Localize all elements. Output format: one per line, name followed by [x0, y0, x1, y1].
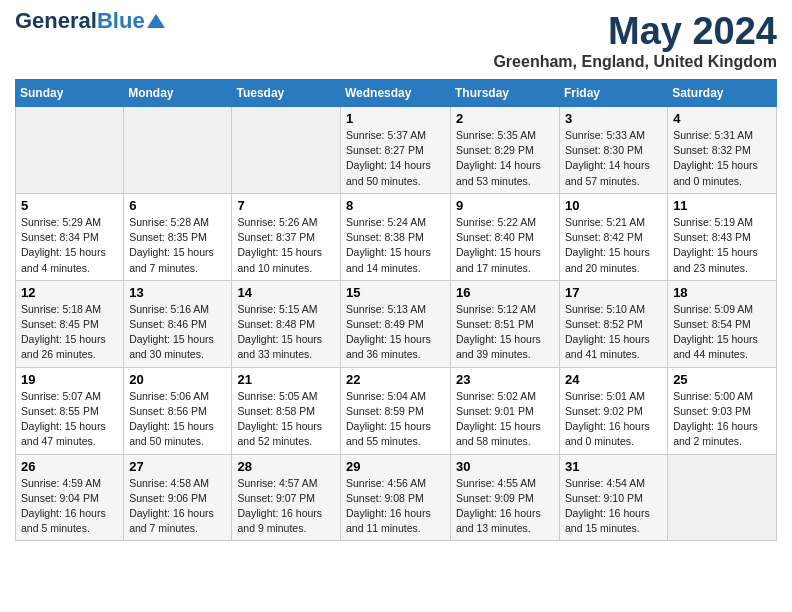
calendar-cell: 14Sunrise: 5:15 AM Sunset: 8:48 PM Dayli… [232, 280, 341, 367]
day-number: 15 [346, 285, 445, 300]
weekday-header-wednesday: Wednesday [341, 80, 451, 107]
day-number: 17 [565, 285, 662, 300]
calendar-cell: 20Sunrise: 5:06 AM Sunset: 8:56 PM Dayli… [124, 367, 232, 454]
calendar-week-row: 12Sunrise: 5:18 AM Sunset: 8:45 PM Dayli… [16, 280, 777, 367]
calendar-cell: 21Sunrise: 5:05 AM Sunset: 8:58 PM Dayli… [232, 367, 341, 454]
logo-text: GeneralBlue [15, 10, 145, 32]
calendar-cell: 2Sunrise: 5:35 AM Sunset: 8:29 PM Daylig… [451, 107, 560, 194]
day-info: Sunrise: 5:00 AM Sunset: 9:03 PM Dayligh… [673, 389, 771, 450]
calendar-cell: 3Sunrise: 5:33 AM Sunset: 8:30 PM Daylig… [560, 107, 668, 194]
day-number: 29 [346, 459, 445, 474]
calendar-cell: 19Sunrise: 5:07 AM Sunset: 8:55 PM Dayli… [16, 367, 124, 454]
month-title: May 2024 [493, 10, 777, 53]
day-number: 3 [565, 111, 662, 126]
location-title: Greenham, England, United Kingdom [493, 53, 777, 71]
day-info: Sunrise: 4:55 AM Sunset: 9:09 PM Dayligh… [456, 476, 554, 537]
day-info: Sunrise: 5:33 AM Sunset: 8:30 PM Dayligh… [565, 128, 662, 189]
day-info: Sunrise: 4:57 AM Sunset: 9:07 PM Dayligh… [237, 476, 335, 537]
day-info: Sunrise: 5:01 AM Sunset: 9:02 PM Dayligh… [565, 389, 662, 450]
day-number: 13 [129, 285, 226, 300]
calendar-cell: 27Sunrise: 4:58 AM Sunset: 9:06 PM Dayli… [124, 454, 232, 541]
day-number: 18 [673, 285, 771, 300]
calendar-cell: 26Sunrise: 4:59 AM Sunset: 9:04 PM Dayli… [16, 454, 124, 541]
day-number: 11 [673, 198, 771, 213]
day-info: Sunrise: 5:22 AM Sunset: 8:40 PM Dayligh… [456, 215, 554, 276]
day-number: 23 [456, 372, 554, 387]
logo: GeneralBlue [15, 10, 165, 32]
day-number: 21 [237, 372, 335, 387]
day-number: 25 [673, 372, 771, 387]
day-number: 10 [565, 198, 662, 213]
day-number: 16 [456, 285, 554, 300]
calendar-cell: 17Sunrise: 5:10 AM Sunset: 8:52 PM Dayli… [560, 280, 668, 367]
calendar-cell: 7Sunrise: 5:26 AM Sunset: 8:37 PM Daylig… [232, 193, 341, 280]
day-number: 7 [237, 198, 335, 213]
day-number: 1 [346, 111, 445, 126]
day-number: 28 [237, 459, 335, 474]
calendar-cell: 11Sunrise: 5:19 AM Sunset: 8:43 PM Dayli… [668, 193, 777, 280]
calendar-cell: 24Sunrise: 5:01 AM Sunset: 9:02 PM Dayli… [560, 367, 668, 454]
day-info: Sunrise: 5:21 AM Sunset: 8:42 PM Dayligh… [565, 215, 662, 276]
weekday-header-friday: Friday [560, 80, 668, 107]
calendar-cell [668, 454, 777, 541]
day-info: Sunrise: 5:26 AM Sunset: 8:37 PM Dayligh… [237, 215, 335, 276]
calendar-cell: 6Sunrise: 5:28 AM Sunset: 8:35 PM Daylig… [124, 193, 232, 280]
day-info: Sunrise: 5:29 AM Sunset: 8:34 PM Dayligh… [21, 215, 118, 276]
day-number: 24 [565, 372, 662, 387]
day-number: 30 [456, 459, 554, 474]
calendar-cell: 31Sunrise: 4:54 AM Sunset: 9:10 PM Dayli… [560, 454, 668, 541]
calendar-cell: 5Sunrise: 5:29 AM Sunset: 8:34 PM Daylig… [16, 193, 124, 280]
day-number: 5 [21, 198, 118, 213]
calendar-cell: 18Sunrise: 5:09 AM Sunset: 8:54 PM Dayli… [668, 280, 777, 367]
calendar-cell: 29Sunrise: 4:56 AM Sunset: 9:08 PM Dayli… [341, 454, 451, 541]
day-number: 9 [456, 198, 554, 213]
calendar-cell: 22Sunrise: 5:04 AM Sunset: 8:59 PM Dayli… [341, 367, 451, 454]
day-info: Sunrise: 5:15 AM Sunset: 8:48 PM Dayligh… [237, 302, 335, 363]
day-info: Sunrise: 5:13 AM Sunset: 8:49 PM Dayligh… [346, 302, 445, 363]
day-number: 19 [21, 372, 118, 387]
calendar-cell [124, 107, 232, 194]
logo-general: General [15, 8, 97, 33]
calendar-cell [232, 107, 341, 194]
day-info: Sunrise: 5:31 AM Sunset: 8:32 PM Dayligh… [673, 128, 771, 189]
weekday-header-saturday: Saturday [668, 80, 777, 107]
day-info: Sunrise: 5:24 AM Sunset: 8:38 PM Dayligh… [346, 215, 445, 276]
day-number: 31 [565, 459, 662, 474]
day-info: Sunrise: 5:18 AM Sunset: 8:45 PM Dayligh… [21, 302, 118, 363]
calendar-cell: 30Sunrise: 4:55 AM Sunset: 9:09 PM Dayli… [451, 454, 560, 541]
header: GeneralBlue May 2024 Greenham, England, … [15, 10, 777, 71]
day-info: Sunrise: 5:04 AM Sunset: 8:59 PM Dayligh… [346, 389, 445, 450]
weekday-header-tuesday: Tuesday [232, 80, 341, 107]
day-info: Sunrise: 5:19 AM Sunset: 8:43 PM Dayligh… [673, 215, 771, 276]
day-number: 12 [21, 285, 118, 300]
logo-icon [147, 14, 165, 28]
calendar-cell: 25Sunrise: 5:00 AM Sunset: 9:03 PM Dayli… [668, 367, 777, 454]
day-info: Sunrise: 5:02 AM Sunset: 9:01 PM Dayligh… [456, 389, 554, 450]
day-number: 27 [129, 459, 226, 474]
day-number: 22 [346, 372, 445, 387]
day-info: Sunrise: 5:12 AM Sunset: 8:51 PM Dayligh… [456, 302, 554, 363]
day-info: Sunrise: 5:37 AM Sunset: 8:27 PM Dayligh… [346, 128, 445, 189]
day-info: Sunrise: 5:06 AM Sunset: 8:56 PM Dayligh… [129, 389, 226, 450]
calendar-week-row: 26Sunrise: 4:59 AM Sunset: 9:04 PM Dayli… [16, 454, 777, 541]
weekday-header-thursday: Thursday [451, 80, 560, 107]
day-info: Sunrise: 5:16 AM Sunset: 8:46 PM Dayligh… [129, 302, 226, 363]
day-info: Sunrise: 5:07 AM Sunset: 8:55 PM Dayligh… [21, 389, 118, 450]
day-number: 6 [129, 198, 226, 213]
weekday-header-sunday: Sunday [16, 80, 124, 107]
calendar-cell: 15Sunrise: 5:13 AM Sunset: 8:49 PM Dayli… [341, 280, 451, 367]
day-number: 20 [129, 372, 226, 387]
day-number: 8 [346, 198, 445, 213]
calendar-cell: 13Sunrise: 5:16 AM Sunset: 8:46 PM Dayli… [124, 280, 232, 367]
calendar-cell [16, 107, 124, 194]
calendar-cell: 12Sunrise: 5:18 AM Sunset: 8:45 PM Dayli… [16, 280, 124, 367]
calendar-cell: 16Sunrise: 5:12 AM Sunset: 8:51 PM Dayli… [451, 280, 560, 367]
calendar-cell: 1Sunrise: 5:37 AM Sunset: 8:27 PM Daylig… [341, 107, 451, 194]
calendar-week-row: 1Sunrise: 5:37 AM Sunset: 8:27 PM Daylig… [16, 107, 777, 194]
day-info: Sunrise: 5:10 AM Sunset: 8:52 PM Dayligh… [565, 302, 662, 363]
day-number: 14 [237, 285, 335, 300]
day-number: 26 [21, 459, 118, 474]
calendar-week-row: 5Sunrise: 5:29 AM Sunset: 8:34 PM Daylig… [16, 193, 777, 280]
day-info: Sunrise: 5:28 AM Sunset: 8:35 PM Dayligh… [129, 215, 226, 276]
logo-blue: Blue [97, 8, 145, 33]
